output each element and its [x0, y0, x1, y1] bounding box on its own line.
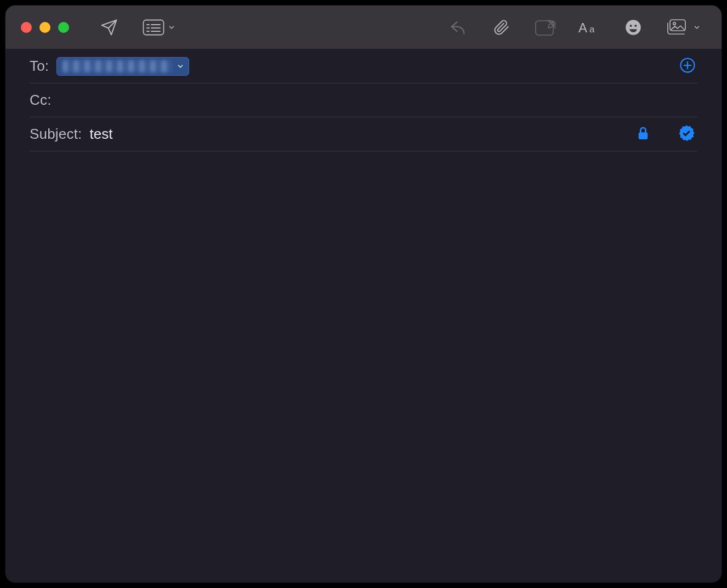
message-body-editor[interactable] — [5, 151, 722, 583]
subject-row: Subject: test — [30, 117, 697, 151]
chevron-down-icon — [168, 24, 175, 31]
markup-icon — [535, 19, 556, 36]
encryption-indicator[interactable] — [634, 125, 652, 144]
compose-window: A a — [5, 5, 722, 583]
verified-seal-icon — [677, 124, 696, 145]
svg-point-10 — [626, 20, 641, 35]
svg-text:a: a — [589, 24, 595, 35]
svg-rect-18 — [639, 132, 648, 139]
markup-button[interactable] — [529, 14, 563, 41]
zoom-window-button[interactable] — [58, 22, 69, 33]
text-format-icon: A a — [578, 19, 600, 36]
add-recipient-button[interactable] — [678, 56, 697, 76]
recipient-name-redacted — [63, 60, 172, 72]
svg-point-14 — [673, 22, 676, 25]
titlebar: A a — [5, 5, 722, 49]
emoji-icon — [625, 19, 641, 36]
cc-label: Cc: — [30, 84, 52, 116]
paperclip-icon — [493, 18, 510, 37]
send-icon — [100, 19, 118, 36]
svg-text:A: A — [578, 20, 587, 35]
svg-point-12 — [634, 24, 637, 26]
window-controls — [21, 22, 69, 33]
header-fields: To: Cc: Subject: test — [5, 49, 722, 151]
to-row: To: — [30, 49, 697, 83]
chevron-down-icon — [177, 63, 184, 70]
format-button[interactable]: A a — [572, 14, 606, 41]
svg-rect-0 — [144, 20, 164, 35]
reply-button[interactable] — [441, 14, 475, 41]
to-recipient-chip[interactable] — [56, 57, 189, 76]
plus-circle-icon — [679, 57, 696, 76]
lock-icon — [637, 126, 649, 143]
cc-row[interactable]: Cc: — [30, 83, 697, 117]
send-button[interactable] — [92, 14, 126, 41]
emoji-picker-button[interactable] — [616, 14, 650, 41]
close-window-button[interactable] — [21, 22, 32, 33]
header-fields-toggle-button[interactable] — [136, 14, 182, 41]
chevron-down-icon — [693, 24, 701, 31]
reply-icon — [448, 19, 467, 36]
header-fields-icon — [143, 19, 164, 36]
to-label: To: — [30, 50, 49, 82]
attach-button[interactable] — [485, 14, 519, 41]
minimize-window-button[interactable] — [39, 22, 50, 33]
subject-label: Subject: — [30, 118, 82, 150]
svg-point-11 — [630, 24, 632, 26]
photo-browser-icon — [666, 19, 690, 36]
signing-indicator[interactable] — [675, 123, 697, 145]
subject-input[interactable]: test — [90, 126, 113, 143]
media-browser-button[interactable] — [660, 14, 706, 41]
